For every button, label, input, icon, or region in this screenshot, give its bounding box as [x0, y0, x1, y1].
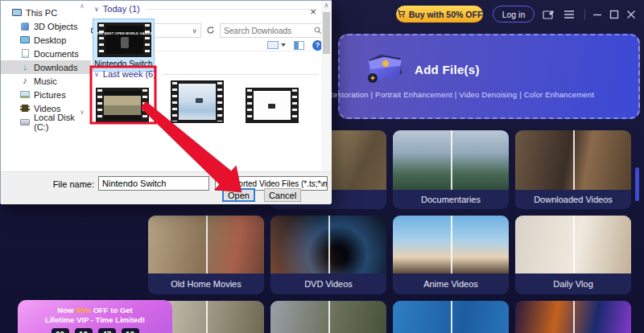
close-window-button[interactable] — [625, 9, 638, 20]
dialog-footer: File name: Supported Video Files (*.ts;*… — [1, 171, 331, 204]
screen: Buy with 50% OFF Log in Add File(s) — [0, 0, 644, 333]
cancel-button[interactable]: Cancel — [264, 188, 301, 202]
music-icon: ♪ — [20, 76, 30, 86]
countdown-hours: 10 — [75, 328, 93, 333]
add-files-title: Add File(s) — [415, 63, 480, 76]
card-image — [515, 216, 631, 273]
video-thumbnail[interactable] — [246, 88, 299, 123]
file-name-input[interactable] — [98, 176, 209, 191]
card-image — [270, 216, 386, 273]
breadcrumb-dropdown-icon[interactable]: ∨ — [192, 27, 197, 35]
card-label: Old Home Movies — [148, 273, 264, 294]
file-list-scrollbar[interactable]: ∧ ∨ — [321, 51, 331, 171]
countdown-seconds: 10 — [122, 328, 139, 333]
file-name-label: Nintendo Switch — [93, 60, 154, 68]
caret-down-icon — [281, 43, 286, 47]
feedback-icon[interactable] — [541, 8, 555, 21]
sidebar-scroll-down[interactable]: ∨ — [80, 109, 85, 116]
card-image — [393, 216, 509, 273]
sidebar-item-local-disk[interactable]: Local Disk (C:) — [1, 115, 91, 129]
card-label: DVD Videos — [270, 273, 386, 294]
group-header-last-week[interactable]: ∨ Last week (6) — [94, 69, 318, 79]
thumbnail-figure — [196, 98, 203, 103]
app-scrollbar-thumb[interactable] — [635, 167, 639, 201]
promo-banner[interactable]: Now 50% OFF to Get Lifetime VIP - Time L… — [18, 300, 172, 333]
add-files-subtitle: Video Restoration | Portrait Enhancement… — [305, 90, 594, 99]
maximize-button[interactable] — [608, 9, 621, 20]
search-input[interactable] — [224, 27, 314, 35]
video-thumbnail[interactable] — [96, 88, 149, 123]
caret-down-icon: ∨ — [320, 180, 324, 187]
login-button-label: Log in — [502, 10, 526, 19]
views-icon — [267, 41, 279, 49]
category-card-dvd-videos[interactable]: DVD Videos — [270, 216, 386, 294]
sidebar-item-downloads[interactable]: ↓ Downloads — [1, 60, 91, 74]
sidebar-item-pictures[interactable]: Pictures — [1, 88, 91, 101]
video-thumbnail[interactable] — [171, 80, 224, 123]
navigation-pane: ∧ This PC 3D Objects Desktop Documents — [1, 51, 91, 171]
card-label: Documentaries — [393, 190, 509, 209]
promo-discount: 50% — [76, 306, 91, 314]
videos-icon — [20, 104, 30, 113]
open-button[interactable]: Open — [222, 188, 255, 202]
login-button[interactable]: Log in — [493, 6, 535, 23]
category-card-anime-videos[interactable]: Anime Videos — [393, 216, 509, 294]
add-files-folder-icon — [365, 50, 407, 85]
card-image — [515, 301, 631, 333]
downloads-icon: ↓ — [20, 63, 30, 72]
category-card[interactable] — [270, 301, 386, 333]
card-label: Downloaded Videos — [515, 190, 631, 209]
disk-icon — [20, 117, 30, 127]
card-image — [515, 130, 631, 190]
group-divider — [163, 74, 318, 75]
sidebar-item-music[interactable]: ♪ Music — [1, 74, 91, 88]
file-name-field-label: File name: — [33, 179, 94, 189]
documents-icon — [20, 51, 30, 59]
video-thumbnail: THE BEST OPEN WORLD GAMES — [97, 51, 151, 57]
category-card-documentaries[interactable]: Documentaries — [393, 130, 509, 209]
thumbnail-logo — [268, 104, 275, 109]
buy-button-label: Buy with 50% OFF — [409, 10, 483, 19]
sidebar-item-documents[interactable]: Documents — [1, 51, 91, 60]
search-box[interactable] — [220, 23, 326, 38]
category-card[interactable] — [393, 301, 509, 333]
scrollbar-thumb[interactable] — [323, 51, 330, 54]
countdown-days: 00 — [52, 328, 69, 333]
titlebar-divider — [584, 9, 585, 20]
minimize-button[interactable] — [591, 9, 604, 20]
buy-discount-button[interactable]: Buy with 50% OFF — [396, 6, 483, 23]
category-card-daily-vlog[interactable]: Daily Vlog — [515, 216, 631, 294]
change-view-button[interactable] — [267, 41, 286, 49]
promo-text-line2: Lifetime VIP - Time Limited! — [18, 315, 172, 325]
collapse-icon: ∨ — [94, 71, 99, 78]
category-card[interactable] — [515, 301, 631, 333]
countdown-timer: 00 10 47 10 — [18, 328, 172, 333]
card-image — [270, 301, 386, 333]
menu-icon[interactable] — [563, 9, 576, 20]
countdown-minutes: 47 — [98, 328, 116, 333]
card-image — [393, 301, 509, 333]
promo-text-line1: Now 50% OFF to Get — [18, 306, 172, 315]
card-image — [148, 216, 264, 273]
file-list-area: ∧ This PC 3D Objects Desktop Documents — [1, 51, 331, 171]
pictures-icon — [20, 90, 30, 100]
preview-pane-icon[interactable] — [294, 41, 304, 50]
category-card-old-home-movies[interactable]: Old Home Movies — [148, 216, 264, 294]
card-image — [393, 130, 509, 190]
card-label: Anime Videos — [393, 273, 509, 294]
card-label: Daily Vlog — [515, 273, 631, 294]
open-file-dialog: ▶ VidHex × ← → ↑ ↓ › This PC › Downloads… — [0, 0, 332, 204]
refresh-icon[interactable] — [204, 23, 217, 38]
category-card-downloaded-videos[interactable]: Downloaded Videos — [515, 130, 631, 209]
cart-icon — [397, 10, 406, 18]
